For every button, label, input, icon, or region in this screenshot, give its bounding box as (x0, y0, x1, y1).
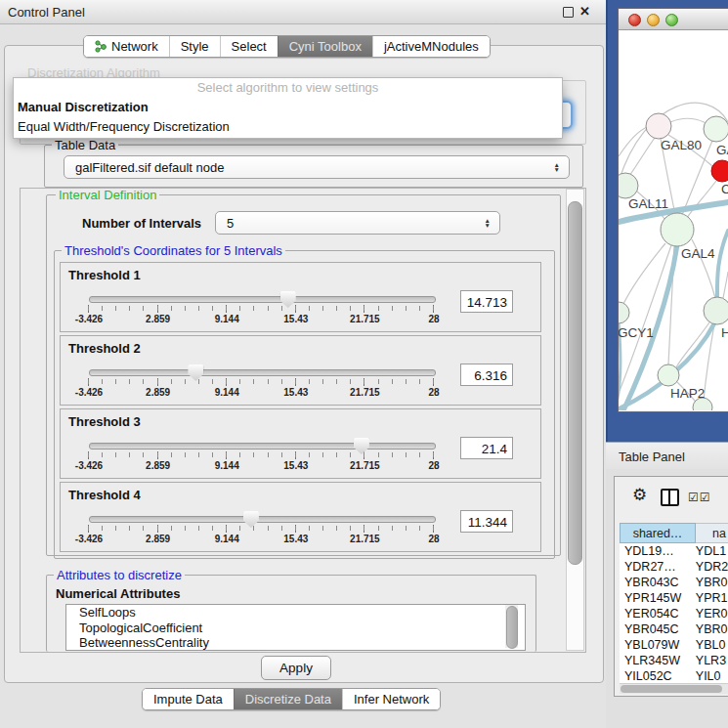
threshold-label: Threshold 3 (68, 414, 141, 429)
table-row[interactable]: YDR27…YDR2 (620, 559, 728, 575)
threshold-slider-track[interactable] (89, 296, 436, 303)
mode-tab-impute-data[interactable]: Impute Data (143, 689, 234, 709)
table-data-combobox[interactable]: galFiltered.sif default node ▲▼ (64, 155, 570, 179)
network-edge[interactable] (670, 118, 707, 124)
slider-minor-ticks (88, 452, 435, 457)
popup-hint: Select algorithm to view settings (14, 78, 562, 98)
attributes-list-scrollbar[interactable] (505, 605, 518, 648)
slider-tick-label: 2.859 (146, 460, 170, 471)
threshold-slider-track[interactable] (89, 516, 436, 523)
close-icon[interactable]: ✕ (579, 4, 590, 19)
mode-tab-infer-network[interactable]: Infer Network (342, 689, 440, 709)
network-edge[interactable] (629, 138, 655, 176)
panel-scrollbar-thumb[interactable] (568, 201, 582, 565)
mode-tab-label: Impute Data (153, 692, 223, 707)
network-edge[interactable] (687, 181, 716, 218)
combobox-stepper-icon: ▲▼ (554, 162, 560, 172)
attribute-item-topologicalcoefficient[interactable]: TopologicalCoefficient (66, 621, 525, 636)
table-row[interactable]: YDL19…YDL1 (620, 543, 728, 559)
table-hscrollbar-thumb[interactable] (621, 685, 722, 693)
table-panel-titlebar: Table Panel (606, 442, 728, 471)
network-edge[interactable] (623, 243, 665, 304)
slider-tick-label: 9.144 (215, 534, 239, 544)
network-edge[interactable] (676, 322, 709, 367)
attribute-item-betweennesscentrality[interactable]: BetweennessCentrality (66, 635, 525, 651)
network-node-label: C (721, 182, 728, 196)
table-row[interactable]: YBL079WYBL0 (620, 637, 728, 653)
number-of-intervals-label: Number of Intervals (82, 216, 201, 231)
network-edge-thick[interactable] (717, 231, 728, 298)
minimize-traffic-light-icon[interactable] (647, 14, 660, 26)
threshold-label: Threshold 4 (68, 488, 141, 502)
panel-scrollbar[interactable] (566, 189, 584, 651)
table-panel-inner: ⚙ ☑☑ shared… na YDL19…YDL1YDR27…YDR2YBR0… (614, 476, 728, 697)
slider-tick-label: 2.859 (146, 534, 170, 544)
screenshot-root: Control Panel ✕ NetworkStyleSelectCyni T… (0, 0, 728, 728)
network-node[interactable] (711, 160, 728, 182)
table-horizontal-scrollbar[interactable] (620, 683, 728, 694)
threshold-panel-2: Threshold 2-3.4262.8599.14415.4321.71528… (60, 335, 541, 406)
tab-network[interactable]: Network (84, 36, 169, 57)
network-node[interactable] (646, 113, 671, 139)
network-window-titlebar[interactable] (619, 9, 728, 30)
zoom-traffic-light-icon[interactable] (665, 14, 678, 26)
threshold-label: Threshold 2 (68, 341, 141, 356)
threshold-slider-track[interactable] (89, 443, 436, 450)
threshold-value-field-2[interactable]: 6.316 (460, 364, 513, 386)
slider-tick-label: 28 (428, 387, 439, 398)
column-header-shared-name[interactable]: shared… (620, 523, 696, 543)
table-row[interactable]: YLR345WYLR3 (620, 653, 728, 668)
tab-label: Style (181, 39, 209, 54)
threshold-value-field-4[interactable]: 11.344 (460, 510, 513, 533)
table-row[interactable]: YBR045CYBR0 (620, 621, 728, 637)
tab-select[interactable]: Select (220, 36, 278, 57)
threshold-value-field-3[interactable]: 21.4 (460, 437, 513, 459)
table-row[interactable]: YPR145WYPR1 (620, 590, 728, 606)
tab-jactivemnodules[interactable]: jActiveMNodules (372, 36, 490, 57)
gear-icon[interactable]: ⚙ (632, 487, 647, 503)
column-header-name[interactable]: na (696, 523, 728, 543)
slider-tick-label: 21.715 (350, 387, 380, 398)
network-node[interactable] (661, 213, 694, 246)
slider-tick-label: 9.144 (215, 314, 239, 324)
network-node[interactable] (619, 302, 629, 323)
threshold-value-field-1[interactable]: 14.713 (460, 290, 513, 313)
network-node[interactable] (619, 173, 638, 198)
columns-icon[interactable] (661, 489, 679, 506)
network-node-label: GCY1 (619, 325, 654, 340)
popup-item-equal-width-frequency-discretization[interactable]: Equal Width/Frequency Discretization (14, 117, 562, 137)
slider-tick-label: 2.859 (146, 314, 170, 324)
checkboxes-icon[interactable]: ☑☑ (688, 491, 711, 504)
tab-cyni-toolbox[interactable]: Cyni Toolbox (278, 36, 372, 57)
attribute-item-selfloops[interactable]: SelfLoops (66, 605, 525, 621)
attributes-scrollbar-thumb[interactable] (506, 606, 518, 649)
slider-tick-label: 28 (428, 534, 439, 544)
network-edge[interactable] (619, 127, 647, 156)
number-of-intervals-value: 5 (227, 216, 234, 231)
numerical-attributes-label: Numerical Attributes (56, 586, 180, 601)
table-row[interactable]: YER054CYER0 (620, 606, 728, 621)
network-node[interactable] (704, 297, 728, 324)
cell-shared-name: YIL052C (620, 668, 692, 683)
number-of-intervals-combobox[interactable]: 5 ▲▼ (215, 211, 500, 235)
apply-button[interactable]: Apply (261, 656, 331, 680)
slider-tick-label: 28 (428, 460, 439, 471)
tab-style[interactable]: Style (169, 36, 220, 57)
slider-minor-ticks (88, 306, 435, 311)
network-canvas[interactable]: GAL80GACGAL11GAL4GCY1HHAP2 (619, 29, 728, 410)
network-node[interactable] (704, 116, 728, 142)
float-window-icon[interactable] (563, 7, 574, 18)
close-traffic-light-icon[interactable] (628, 14, 641, 26)
attributes-list[interactable]: SelfLoopsTopologicalCoefficientBetweenne… (65, 604, 526, 651)
slider-tick-label: 21.715 (350, 534, 380, 544)
table-row[interactable]: YBR043CYBR0 (620, 575, 728, 590)
cell-name: YPR1 (692, 590, 728, 606)
network-edge[interactable] (723, 272, 728, 298)
algorithm-dropdown-popup: Select algorithm to view settings Manual… (14, 78, 562, 138)
table-row[interactable]: YIL052CYIL0 (620, 668, 728, 683)
threshold-slider-track[interactable] (89, 369, 436, 376)
popup-item-manual-discretization[interactable]: Manual Discretization (14, 98, 562, 117)
network-node[interactable] (658, 364, 679, 386)
tab-label: Cyni Toolbox (289, 39, 362, 54)
mode-tab-discretize-data[interactable]: Discretize Data (234, 689, 342, 709)
